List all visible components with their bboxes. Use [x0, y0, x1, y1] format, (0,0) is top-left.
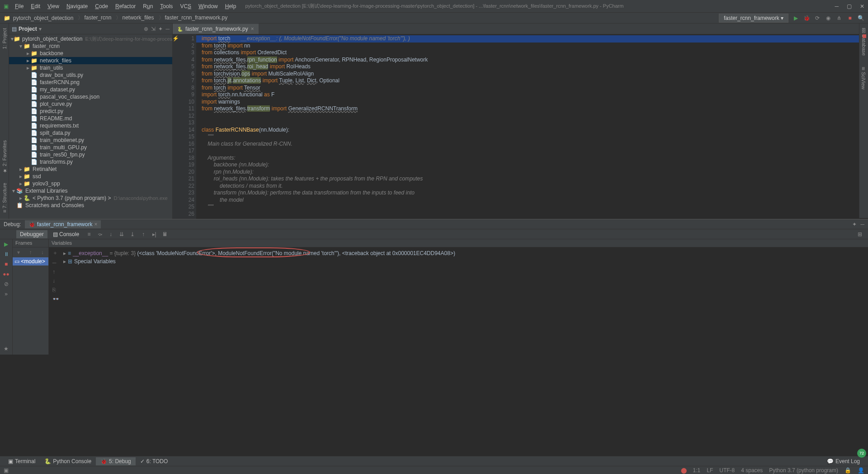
- todo-tab[interactable]: ✓6: TODO: [136, 457, 173, 465]
- close-session-icon[interactable]: ×: [94, 221, 97, 228]
- menu-code[interactable]: Code: [91, 2, 112, 11]
- tree-item-spilt-data-py[interactable]: 📄spilt_data.py: [9, 129, 172, 137]
- menu-help[interactable]: Help: [222, 2, 240, 11]
- menu-file[interactable]: File: [11, 2, 27, 11]
- menu-edit[interactable]: Edit: [27, 2, 44, 11]
- tree-item---python-3-7--python-program---[interactable]: ▸🐍< Python 3.7 (python program) >D:\anac…: [9, 194, 172, 202]
- tree-item-train-multi-gpu-py[interactable]: 📄train_multi_GPU.py: [9, 144, 172, 151]
- favorites-tool-tab[interactable]: ★ 2: Favorites: [0, 137, 8, 176]
- step-out-icon[interactable]: ↑: [139, 231, 148, 237]
- menu-tools[interactable]: Tools: [156, 2, 176, 11]
- menu-view[interactable]: View: [44, 2, 63, 11]
- resume-icon[interactable]: ▶: [4, 241, 8, 247]
- maximize-icon[interactable]: ▢: [847, 3, 852, 9]
- interpreter[interactable]: Python 3.7 (python program): [769, 467, 838, 474]
- tree-item-transforms-py[interactable]: 📄transforms.py: [9, 158, 172, 166]
- step-into-my-icon[interactable]: ⇊: [117, 231, 126, 237]
- tree-item-requirements-txt[interactable]: 📄requirements.txt: [9, 122, 172, 129]
- debug-session-tab[interactable]: 🐞 faster_rcnn_framework ×: [25, 220, 101, 228]
- tree-item-train-res50-fpn-py[interactable]: 📄train_res50_fpn.py: [9, 151, 172, 158]
- tree-item-train-utils[interactable]: ▸📁train_utils: [9, 64, 172, 71]
- debug-icon[interactable]: 🐞: [803, 14, 810, 22]
- step-into-icon[interactable]: ↓: [106, 231, 115, 237]
- frame-next-icon[interactable]: ↓: [41, 249, 44, 256]
- down-watch-icon[interactable]: ↓: [52, 278, 61, 284]
- run-icon[interactable]: ▶: [792, 14, 799, 22]
- tree-item-my-dataset-py[interactable]: 📄my_dataset.py: [9, 86, 172, 93]
- notification-badge[interactable]: 72: [857, 449, 866, 458]
- file-encoding[interactable]: UTF-8: [719, 467, 735, 474]
- lock-icon[interactable]: 🔒: [844, 467, 851, 474]
- var-special-row[interactable]: ▸ ⊞ Special Variables: [61, 257, 864, 265]
- copy-icon[interactable]: ⎘: [52, 287, 61, 293]
- search-icon[interactable]: 🔍: [857, 14, 864, 22]
- breadcrumb-1[interactable]: faster_rcnn: [75, 13, 113, 23]
- terminal-tab[interactable]: ▣Terminal: [4, 457, 40, 465]
- debug-hide-icon[interactable]: ─: [860, 221, 864, 228]
- attach-icon[interactable]: ⋔: [835, 14, 843, 22]
- threads-icon[interactable]: ≡: [85, 231, 94, 237]
- error-indicator-icon[interactable]: ⬤: [681, 467, 687, 474]
- debugger-tab[interactable]: Debugger: [16, 230, 47, 238]
- event-log-tab[interactable]: 💬Event Log: [822, 457, 864, 465]
- tree-item-backbone[interactable]: ▸📁backbone: [9, 50, 172, 57]
- coverage-icon[interactable]: ⟳: [814, 14, 821, 22]
- mute-breakpoints-icon[interactable]: ⊘: [4, 281, 9, 287]
- var-exception-row[interactable]: ▸ ≡ __exception__ = {tuple: 3} (<class '…: [61, 249, 864, 257]
- menu-refactor[interactable]: Refactor: [112, 2, 139, 11]
- tree-item-network-files[interactable]: ▸📁network_files: [9, 57, 172, 64]
- breadcrumb-3[interactable]: faster_rcnn_framework.py: [156, 13, 230, 23]
- remove-watch-icon[interactable]: ─: [52, 260, 61, 266]
- tree-item-faster-rcnn[interactable]: ▾📁faster_rcnn: [9, 43, 172, 50]
- expand-icon[interactable]: ⇲: [151, 26, 156, 32]
- hide-icon[interactable]: ─: [165, 26, 170, 32]
- tree-item-pascal-voc-classes-json[interactable]: 📄pascal_voc_classes.json: [9, 93, 172, 100]
- cursor-position[interactable]: 1:1: [693, 467, 701, 474]
- line-ending[interactable]: LF: [707, 467, 713, 474]
- tree-item-ssd[interactable]: ▸📁ssd: [9, 173, 172, 180]
- structure-tool-tab[interactable]: ≡ 7: Structure: [1, 180, 8, 215]
- tree-item-train-mobilenet-py[interactable]: 📄train_mobilenet.py: [9, 137, 172, 144]
- tree-item-predict-py[interactable]: 📄predict.py: [9, 108, 172, 115]
- frame-dropdown-icon[interactable]: ▾: [17, 249, 20, 256]
- layout-icon[interactable]: ⊞: [855, 231, 864, 237]
- close-icon[interactable]: ✕: [860, 3, 864, 9]
- force-step-icon[interactable]: ⤓: [128, 231, 137, 237]
- indent-config[interactable]: 4 spaces: [741, 467, 763, 474]
- more-icon[interactable]: »: [5, 291, 8, 297]
- watches-icon[interactable]: 👓: [52, 296, 61, 302]
- project-tool-tab[interactable]: 1: Project: [1, 25, 8, 52]
- python-console-tab[interactable]: 🐍Python Console: [40, 457, 96, 465]
- menu-run[interactable]: Run: [139, 2, 156, 11]
- breadcrumb-2[interactable]: network_files: [113, 13, 156, 23]
- sciview-tool-tab[interactable]: ≋ SciView: [860, 64, 868, 92]
- tree-item-plot-curve-py[interactable]: 📄plot_curve.py: [9, 100, 172, 108]
- menu-vcs[interactable]: VCS: [176, 2, 195, 11]
- frame-item[interactable]: ▭ <module>: [13, 257, 48, 265]
- settings-icon[interactable]: ✦: [158, 26, 163, 32]
- pin-icon[interactable]: ★: [4, 346, 9, 352]
- add-watch-icon[interactable]: ＋: [52, 249, 61, 257]
- inspector-icon[interactable]: 👤: [858, 467, 864, 474]
- console-tab[interactable]: ▤ Console: [49, 230, 83, 238]
- minimize-icon[interactable]: ─: [835, 3, 839, 9]
- pause-icon[interactable]: ⏸: [4, 251, 9, 257]
- view-breakpoints-icon[interactable]: ●●: [3, 271, 9, 277]
- debug-settings-icon[interactable]: ✦: [852, 221, 857, 228]
- tree-item-fasterrcnn-png[interactable]: 📄fasterRCNN.png: [9, 79, 172, 86]
- code-editor[interactable]: ⚡ 12345678910111213141516171819202122232…: [173, 34, 868, 219]
- tree-item-pytorch-object-detection[interactable]: ▾📁pytorch_object_detectionE:\测试\deep-lea…: [9, 35, 172, 43]
- project-tree[interactable]: ▾📁pytorch_object_detectionE:\测试\deep-lea…: [9, 34, 172, 219]
- up-watch-icon[interactable]: ↑: [52, 269, 61, 275]
- tree-item-external-libraries[interactable]: ▾📚External Libraries: [9, 187, 172, 194]
- error-stripe-marker[interactable]: [863, 34, 866, 38]
- status-icon[interactable]: ▣: [4, 467, 9, 474]
- tree-item-yolov3-spp[interactable]: ▸📁yolov3_spp: [9, 180, 172, 187]
- debug-tool-tab[interactable]: 🐞5: Debug: [96, 457, 136, 465]
- step-over-icon[interactable]: ⤼: [95, 231, 104, 237]
- database-tool-tab[interactable]: 🗄 Database: [860, 25, 868, 58]
- menu-navigate[interactable]: Navigate: [63, 2, 91, 11]
- breadcrumb-root[interactable]: pytorch_object_detection: [11, 14, 75, 22]
- editor-tab[interactable]: 🐍 faster_rcnn_framework.py ×: [173, 23, 259, 34]
- tree-item-scratches-and-consoles[interactable]: 📋Scratches and Consoles: [9, 202, 172, 209]
